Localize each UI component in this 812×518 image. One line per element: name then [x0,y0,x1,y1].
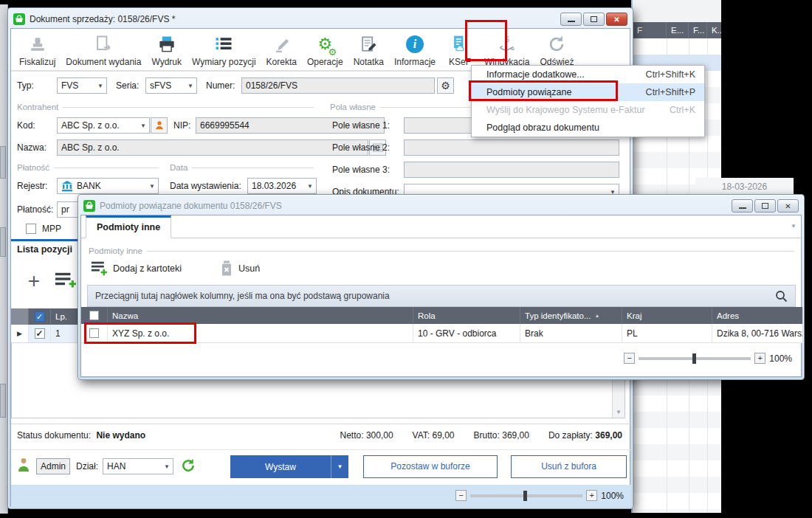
column-adres[interactable]: Adres [712,307,802,324]
toolbar-informacje[interactable]: i Informacje [389,32,441,69]
entity-row[interactable]: XYZ Sp. z o.o. 10 - GRV - odbiorca Brak … [81,324,802,343]
close-button[interactable]: ✕ [606,13,627,26]
dialog-zoom-track[interactable] [639,357,751,360]
note-icon [358,33,379,55]
main-titlebar[interactable]: Dokument sprzedaży: 0158/26/FVS * ✕ [10,10,630,28]
column-nazwa[interactable]: Nazwa [108,307,413,324]
dialog-maximize-button[interactable] [754,199,776,213]
app-basket-icon [13,13,25,25]
add-from-list-button[interactable] [54,271,79,293]
mpp-checkbox[interactable] [26,224,36,234]
column-kraj[interactable]: Kraj [622,307,712,324]
pozostaw-button[interactable]: Pozostaw w buforze [363,455,498,478]
entities-select-all-checkbox[interactable] [89,311,99,320]
dzial-select[interactable]: HAN▼ [103,458,173,474]
bottom-strip: − + 100% [11,485,631,507]
pole-wlasne-3-input[interactable] [404,162,619,178]
dialog-zoom-in-button[interactable]: + [754,353,765,364]
minimize-button[interactable] [560,13,582,26]
toolbar-label: Wydruk [151,57,182,67]
column-typ-identyfikatora[interactable]: Typ identyfikato... ▲ [520,307,622,324]
nazwa-input[interactable]: ABC Sp. z o.o. [57,139,368,156]
stamp-icon [27,33,48,55]
kod-select[interactable]: ABC Sp. z o.o.▼ [57,117,150,134]
add-position-button[interactable]: + [21,269,47,293]
tab-podmioty-inne[interactable]: Podmioty inne [86,215,171,238]
background-col-header[interactable]: F [633,22,667,38]
toolbar-dokument-wydania[interactable]: Dokument wydania [61,32,146,69]
tab-overflow-arrow-icon[interactable]: ▼ [791,223,796,229]
search-icon[interactable] [775,290,788,303]
background-table-header: F E... F... K.. [633,22,721,38]
toolbar-windykacja[interactable]: $ Windykacja [479,32,534,69]
background-partial-date: 18-03-2026 [695,178,794,196]
refresh-green-icon[interactable] [181,458,196,473]
background-toolbar-strip [633,0,721,22]
scrollbar-down-arrow[interactable]: ▼ [613,406,625,418]
dialog-minimize-button[interactable] [732,199,753,213]
entity-kraj-cell: PL [622,324,712,342]
tab-lista-pozycji[interactable]: Lista pozycji [17,244,72,255]
toolbar-operacje[interactable]: ⚙ ⚙ Operacje [302,32,348,69]
toolbar-label: Fiskalizuj [19,57,55,67]
background-col-header[interactable]: E... [667,22,689,38]
toolbar-label: Notatka [354,57,384,67]
rejestr-select[interactable]: BANK▼ [57,178,159,194]
user-button[interactable]: Admin [36,458,70,474]
toolbar-fiskalizuj[interactable]: Fiskalizuj [14,32,61,69]
select-all-checkbox[interactable]: ✓ [35,311,45,322]
wystaw-dropdown-arrow[interactable]: ▼ [331,455,348,478]
dodaj-z-kartoteki-button[interactable]: Dodaj z kartoteki [90,258,182,279]
dialog-zoom-thumb[interactable] [692,353,696,364]
dialog-zoom-slider[interactable]: − + 100% [624,353,792,364]
row-checkbox[interactable]: ✓ [35,328,45,339]
usun-button[interactable]: Usuń [220,258,260,279]
dialog-titlebar[interactable]: Podmioty powiązane dokumentu 0158/26/FVS… [80,197,802,215]
mpp-label: MPP [42,221,61,237]
toolbar-odswiez[interactable]: Odśwież [534,32,579,69]
pole-wlasne-2-input[interactable] [404,139,619,156]
maximize-button[interactable] [583,13,605,26]
zoom-out-button[interactable]: − [455,490,467,501]
toolbar-label: Informacje [394,57,436,67]
zoom-track[interactable] [470,494,582,497]
background-left-fragment [0,384,6,418]
lp-column-header[interactable]: Lp. [51,308,79,325]
menu-item-informacje-dodatkowe[interactable]: Informacje dodatkowe...Ctrl+Shift+K [472,66,704,83]
main-zoom-slider[interactable]: − + 100% [455,490,624,501]
menu-item-podglad-obrazu[interactable]: Podgląd obrazu dokumentu [472,119,704,137]
toolbar-korekta[interactable]: Korekta [261,32,302,69]
numer-settings-button[interactable]: ⚙ [437,77,454,94]
list-icon [213,33,234,55]
position-row[interactable]: ▶ ✓ 1 [11,325,80,343]
background-col-header[interactable]: K.. [707,22,721,38]
typ-label: Typ: [17,77,34,94]
groupby-bar[interactable]: Przeciągnij tutaj nagłówek kolumny, jeśl… [87,285,796,307]
zoom-in-button[interactable]: + [586,490,597,501]
seria-label: Seria: [116,77,139,94]
zoom-thumb[interactable] [523,491,527,501]
column-rola[interactable]: Rola [413,307,520,324]
background-col-header[interactable]: F... [689,22,707,38]
contractor-person-button[interactable] [151,117,168,134]
toolbar-ksef[interactable]: KSeF [441,32,479,69]
entity-row-checkbox[interactable] [89,328,99,338]
sort-asc-icon: ▲ [595,313,600,318]
dialog-zoom-out-button[interactable]: − [624,353,635,364]
numer-input[interactable]: 0158/26/FVS [241,77,435,94]
menu-item-podmioty-powiazane[interactable]: Podmioty powiązaneCtrl+Shift+P [472,83,704,101]
netto-total: Netto: 300,00 [340,430,393,441]
toolbar-wydruk[interactable]: Wydruk [146,32,187,69]
usun-z-bufora-button[interactable]: Usuń z bufora [511,455,627,478]
entity-nazwa-cell: XYZ Sp. z o.o. [108,324,413,342]
wystaw-button[interactable]: Wystaw ▼ [230,455,348,478]
dialog-close-button[interactable]: ✕ [777,199,799,213]
seria-select[interactable]: sFVS▼ [145,77,197,94]
toolbar-wymiary-pozycji[interactable]: Wymiary pozycji [187,32,261,69]
data-wystawienia-select[interactable]: 18.03.2026▼ [247,178,317,194]
info-icon: i [406,33,424,55]
entity-rola-cell: 10 - GRV - odbiorca [413,324,520,342]
dialog-content: Podmioty inne ▼ Podmioty inne Dodaj z ka… [80,215,802,377]
toolbar-notatka[interactable]: Notatka [348,32,389,69]
typ-select[interactable]: FVS▼ [57,77,107,94]
